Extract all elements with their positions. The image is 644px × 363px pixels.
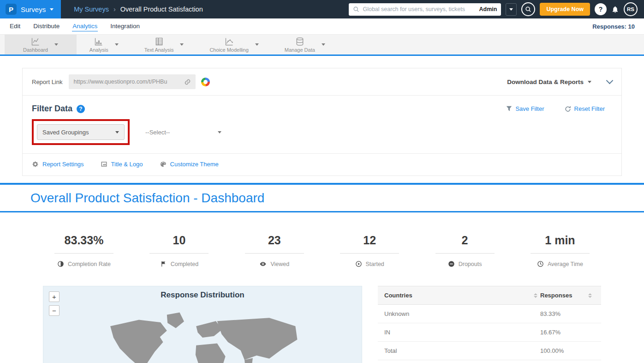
toolbar-text-analysis[interactable]: Text Analysis bbox=[131, 35, 197, 54]
tab-integration[interactable]: Integration bbox=[110, 21, 140, 31]
toolbar-choice-modelling-label: Choice Modelling bbox=[209, 47, 248, 53]
user-avatar[interactable]: RS bbox=[624, 2, 638, 16]
title-logo-link[interactable]: Title & Logo bbox=[101, 161, 143, 168]
filter-controls-row: Saved Groupings --Select-- bbox=[23, 116, 621, 153]
report-link-row: Report Link https://www.questionpro.com/… bbox=[23, 68, 621, 96]
chevron-down-icon[interactable] bbox=[180, 43, 184, 46]
save-filter-button[interactable]: Save Filter bbox=[506, 105, 544, 112]
search-icon bbox=[353, 6, 359, 12]
toolbar-manage-data[interactable]: Manage Data bbox=[272, 35, 338, 54]
report-link-field[interactable]: https://www.questionpro.com/t/PHBu bbox=[69, 74, 196, 89]
filter-data-title: Filter Data ? bbox=[32, 104, 85, 114]
breadcrumb-separator: › bbox=[113, 6, 116, 13]
upgrade-now-button[interactable]: Upgrade Now bbox=[540, 3, 590, 16]
download-data-reports-label: Download Data & Reports bbox=[507, 79, 584, 85]
search-button[interactable] bbox=[521, 2, 535, 16]
toolbar-text-analysis-label: Text Analysis bbox=[144, 47, 174, 53]
stat-label: Dropouts bbox=[459, 261, 482, 267]
surveys-product-menu[interactable]: P Surveys bbox=[0, 0, 61, 18]
toolbar-analysis[interactable]: Analysis bbox=[77, 35, 131, 54]
chevron-down-icon[interactable] bbox=[255, 43, 259, 46]
text-analysis-icon-stack: Text Analysis bbox=[144, 37, 174, 53]
gear-icon bbox=[32, 161, 39, 168]
collapse-panel-chevron-icon[interactable] bbox=[606, 77, 614, 84]
report-link-url[interactable]: https://www.questionpro.com/t/PHBu bbox=[73, 79, 180, 85]
stat-caption: Dropouts bbox=[448, 260, 482, 267]
page-title: Overall Product Satisfaction - Dashboard bbox=[30, 191, 614, 206]
eye-icon bbox=[259, 260, 267, 267]
tab-analytics[interactable]: Analytics bbox=[72, 21, 98, 31]
saved-groupings-select[interactable]: Saved Groupings bbox=[37, 124, 125, 140]
responses-column-header[interactable]: Responses bbox=[540, 292, 595, 299]
zoom-in-button[interactable]: + bbox=[49, 291, 60, 302]
database-icon bbox=[295, 37, 305, 46]
filter-data-title-text: Filter Data bbox=[32, 104, 72, 114]
stat-completion-rate: 83.33% Completion Rate bbox=[54, 234, 113, 267]
stat-divider bbox=[54, 253, 113, 254]
stat-value: 10 bbox=[173, 234, 185, 247]
filter-help-icon[interactable]: ? bbox=[77, 105, 85, 113]
customize-theme-link[interactable]: Customize Theme bbox=[160, 161, 219, 168]
stat-label: Completed bbox=[171, 261, 198, 267]
stat-caption: Started bbox=[355, 260, 384, 267]
toolbar-dashboard-label: Dashboard bbox=[23, 47, 48, 53]
clock-icon bbox=[537, 260, 544, 267]
download-data-reports-menu[interactable]: Download Data & Reports bbox=[507, 79, 591, 85]
chevron-down-icon[interactable] bbox=[322, 43, 325, 46]
title-logo-label: Title & Logo bbox=[111, 161, 143, 168]
link-icon[interactable] bbox=[184, 79, 191, 85]
stat-caption: Average Time bbox=[537, 260, 583, 267]
analysis-icon-stack: Analysis bbox=[89, 37, 108, 53]
dashboard-title-band: Overall Product Satisfaction - Dashboard bbox=[0, 185, 644, 211]
tab-edit[interactable]: Edit bbox=[9, 21, 21, 31]
reset-filter-button[interactable]: Reset Filter bbox=[565, 105, 605, 112]
analytics-toolbar: Dashboard Analysis Text Analysis Choice … bbox=[0, 35, 644, 56]
response-distribution-map: Response Distribution + − bbox=[43, 286, 362, 363]
responses-count[interactable]: Responses: 10 bbox=[592, 23, 635, 30]
dashboard-icon-stack: Dashboard bbox=[23, 37, 48, 53]
refresh-icon bbox=[565, 106, 571, 112]
scatter-chart-icon bbox=[224, 37, 234, 46]
stat-divider bbox=[531, 253, 590, 254]
breadcrumb-current-survey: Overall Product Satisfaction bbox=[120, 6, 203, 13]
chevron-down-icon[interactable] bbox=[115, 43, 119, 46]
google-analytics-icon[interactable] bbox=[201, 78, 210, 86]
stat-divider bbox=[435, 253, 495, 254]
saved-groupings-value: Saved Groupings bbox=[42, 129, 89, 136]
reset-filter-label: Reset Filter bbox=[574, 105, 605, 112]
report-row-actions: Download Data & Reports bbox=[507, 79, 612, 85]
stat-divider bbox=[149, 253, 209, 254]
table-row: Total 100.00% bbox=[378, 342, 601, 360]
stat-value: 23 bbox=[268, 234, 281, 247]
countries-header-label: Countries bbox=[384, 292, 412, 299]
chevron-down-icon bbox=[218, 131, 221, 133]
grouping-value-select[interactable]: --Select-- bbox=[145, 129, 221, 136]
toolbar-dashboard[interactable]: Dashboard bbox=[5, 35, 77, 54]
sort-icon[interactable] bbox=[588, 293, 592, 298]
global-search-input[interactable] bbox=[363, 6, 476, 12]
country-cell: IN bbox=[384, 329, 540, 336]
notifications-button[interactable] bbox=[611, 6, 619, 13]
responses-cell: 100.00% bbox=[540, 347, 595, 354]
breadcrumb-my-surveys[interactable]: My Surveys bbox=[74, 6, 109, 13]
world-map[interactable] bbox=[43, 304, 362, 363]
top-bar: P Surveys My Surveys › Overall Product S… bbox=[0, 0, 644, 18]
help-button[interactable]: ? bbox=[595, 3, 607, 15]
search-scope-dropdown[interactable] bbox=[506, 3, 517, 16]
global-search[interactable]: Admin bbox=[349, 3, 501, 16]
map-title: Response Distribution bbox=[43, 286, 362, 300]
chevron-down-icon[interactable] bbox=[54, 43, 58, 46]
responses-cell: 83.33% bbox=[540, 310, 595, 317]
sort-icon[interactable] bbox=[534, 293, 537, 298]
stat-label: Average Time bbox=[548, 261, 583, 267]
report-filter-card: Report Link https://www.questionpro.com/… bbox=[22, 68, 622, 176]
report-settings-link[interactable]: Report Settings bbox=[32, 161, 84, 168]
tab-distribute[interactable]: Distribute bbox=[33, 21, 60, 31]
completion-rate-icon bbox=[57, 260, 64, 267]
stat-caption: Completed bbox=[160, 260, 198, 267]
stat-caption: Completion Rate bbox=[57, 260, 111, 267]
line-chart-icon bbox=[30, 37, 41, 46]
toolbar-choice-modelling[interactable]: Choice Modelling bbox=[197, 35, 271, 54]
report-settings-label: Report Settings bbox=[42, 161, 84, 168]
countries-column-header[interactable]: Countries bbox=[384, 292, 540, 299]
